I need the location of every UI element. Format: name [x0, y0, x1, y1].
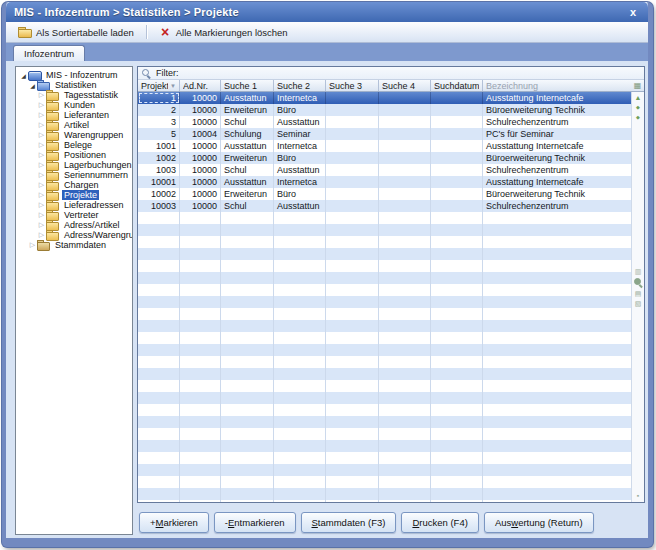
table-cell	[431, 476, 483, 488]
tree-item-adress-warengruppen[interactable]: ▷ Adress/Warengruppen	[16, 230, 132, 240]
table-row[interactable]: 110000AusstattunInternetcaAusstattung In…	[138, 92, 631, 104]
table-cell	[180, 452, 221, 464]
tree-item-stammdaten[interactable]: ▷ Stammdaten	[16, 240, 132, 250]
column-header-suche-2[interactable]: Suche 2	[274, 80, 326, 91]
table-cell: Erweiterun	[221, 152, 274, 164]
auswertung-button[interactable]: Auswertung (Return)	[484, 512, 594, 533]
expand-arrow-icon[interactable]: ▷	[37, 181, 46, 189]
column-header-suche-3[interactable]: Suche 3	[326, 80, 379, 91]
marker-down-icon[interactable]: ◆	[636, 114, 640, 121]
tree-item-positionen[interactable]: ▷ Positionen	[16, 150, 132, 160]
expand-arrow-icon[interactable]: ▷	[28, 241, 37, 249]
load-as-sort-table-button[interactable]: Als Sortiertabelle laden	[12, 24, 140, 41]
column-header-bezeichnung[interactable]: Bezeichnung	[483, 80, 631, 91]
table-row[interactable]: 510004SchulungSeminarPC's für Seminar	[138, 128, 631, 140]
tree-item-belege[interactable]: ▷ Belege	[16, 140, 132, 150]
tree-item-seriennummern[interactable]: ▷ Seriennummern	[16, 170, 132, 180]
table-cell	[138, 476, 180, 488]
rows-icon[interactable]: ▤	[635, 290, 642, 297]
table-cell	[431, 356, 483, 368]
tree-item-artikel[interactable]: ▷ Artikel	[16, 120, 132, 130]
table-cell: Schulrechenzentrum	[483, 116, 631, 128]
expand-arrow-icon[interactable]: ▷	[37, 221, 46, 229]
table-cell	[483, 344, 631, 356]
expand-arrow-icon[interactable]: ▷	[37, 151, 46, 159]
table-row[interactable]: 1000210000ErweiterunBüroBüroerweiterung …	[138, 188, 631, 200]
table-row[interactable]: 100110000AusstattunInternetcaAusstattung…	[138, 140, 631, 152]
expand-arrow-icon[interactable]: ▷	[37, 101, 46, 109]
table-row[interactable]: 100210000ErweiterunBüroBüroerweiterung T…	[138, 152, 631, 164]
expand-arrow-icon[interactable]: ▷	[37, 231, 46, 239]
tree-item-tagesstatistik[interactable]: ▷ Tagesstatistik	[16, 90, 132, 100]
column-header-suche-4[interactable]: Suche 4	[379, 80, 431, 91]
table-row[interactable]: 1000310000SchulAusstattunSchulrechenzent…	[138, 200, 631, 212]
empty-row	[138, 488, 631, 500]
expand-arrow-icon[interactable]: ▷	[37, 201, 46, 209]
table-cell	[180, 488, 221, 500]
action-button-bar: + Markieren- EntmarkierenStammdaten (F3)…	[137, 503, 645, 535]
expand-arrow-icon[interactable]: ▷	[37, 91, 46, 99]
red-x-icon: ×	[159, 27, 172, 38]
column-header-projekt[interactable]: Projekt ▼	[138, 80, 180, 91]
expand-arrow-icon[interactable]: ▷	[37, 111, 46, 119]
table-cell	[274, 380, 326, 392]
tree-item-projekte[interactable]: ▷ Projekte	[16, 190, 132, 200]
tree-item-statistiken[interactable]: ◢ Statistiken	[16, 80, 132, 90]
table-row[interactable]: 100310000SchulAusstattunSchulrechenzentr…	[138, 164, 631, 176]
table-cell	[431, 344, 483, 356]
expand-arrow-icon[interactable]: ▷	[37, 121, 46, 129]
table-cell	[326, 176, 379, 188]
column-chooser-button[interactable]: ▦	[631, 80, 644, 91]
tab-infozentrum[interactable]: Infozentrum	[13, 45, 85, 61]
table-cell	[379, 260, 431, 272]
filter-row[interactable]: Filter:	[138, 67, 644, 80]
tree-item-chargen[interactable]: ▷ Chargen	[16, 180, 132, 190]
expand-arrow-icon[interactable]: ▷	[37, 171, 46, 179]
table-row[interactable]: 310000SchulAusstattunSchulrechenzentrum	[138, 116, 631, 128]
tree-item-kunden[interactable]: ▷ Kunden	[16, 100, 132, 110]
marker-up-icon[interactable]: ◆	[636, 104, 640, 111]
tree-item-warengruppen[interactable]: ▷ Warengruppen	[16, 130, 132, 140]
table-cell	[431, 152, 483, 164]
markieren-button[interactable]: + Markieren	[139, 512, 209, 533]
tree-item-label: Adress/Artikel	[62, 220, 122, 230]
collapse-arrow-icon[interactable]: ◢	[28, 82, 37, 89]
expand-arrow-icon[interactable]: ▷	[37, 141, 46, 149]
column-header-suche-1[interactable]: Suche 1	[221, 80, 274, 91]
table-cell	[431, 260, 483, 272]
tree-item-lieferadressen[interactable]: ▷ Lieferadressen	[16, 200, 132, 210]
scroll-top-icon[interactable]: ▲	[635, 94, 642, 101]
tree-item-lagerbuchungen[interactable]: ▷ Lagerbuchungen	[16, 160, 132, 170]
table-cell	[483, 272, 631, 284]
table-cell	[180, 344, 221, 356]
column-header-suchdatum[interactable]: Suchdatum	[431, 80, 483, 91]
magnifier-icon[interactable]	[634, 278, 643, 287]
table-cell	[431, 164, 483, 176]
table-row[interactable]: 1000110000AusstattunInternetcaAusstattun…	[138, 176, 631, 188]
tree-item-lieferanten[interactable]: ▷ Lieferanten	[16, 110, 132, 120]
columns-icon[interactable]: ▥	[635, 268, 642, 275]
table-cell	[483, 308, 631, 320]
data-grid: Filter: Projekt ▼ Ad.Nr. Suche 1 Suche 2…	[137, 66, 645, 503]
table-cell	[431, 440, 483, 452]
expand-arrow-icon[interactable]: ▷	[37, 191, 46, 199]
grid-icon[interactable]: ▧	[635, 300, 642, 307]
entmarkieren-button[interactable]: - Entmarkieren	[214, 512, 296, 533]
expand-arrow-icon[interactable]: ▷	[37, 131, 46, 139]
table-row[interactable]: 210000ErweiterunBüroBüroerweiterung Tech…	[138, 104, 631, 116]
table-cell: Büroerweiterung Technik	[483, 188, 631, 200]
table-cell	[483, 416, 631, 428]
table-cell	[483, 332, 631, 344]
tree-item-adress-artikel[interactable]: ▷ Adress/Artikel	[16, 220, 132, 230]
expand-arrow-icon[interactable]: ▷	[37, 161, 46, 169]
column-header-ad-nr-[interactable]: Ad.Nr.	[180, 80, 221, 91]
table-cell: 5	[138, 128, 180, 140]
close-button[interactable]: x	[626, 6, 640, 18]
drucken-button[interactable]: Drucken (F4)	[401, 512, 478, 533]
expand-arrow-icon[interactable]: ▷	[37, 211, 46, 219]
collapse-arrow-icon[interactable]: ◢	[19, 72, 28, 79]
clear-all-marks-button[interactable]: × Alle Markierungen löschen	[153, 24, 294, 41]
stammdaten-button[interactable]: Stammdaten (F3)	[301, 512, 397, 533]
tree-item-vertreter[interactable]: ▷ Vertreter	[16, 210, 132, 220]
tree-item-mis-infozentrum[interactable]: ◢ MIS - Infozentrum	[16, 70, 132, 80]
